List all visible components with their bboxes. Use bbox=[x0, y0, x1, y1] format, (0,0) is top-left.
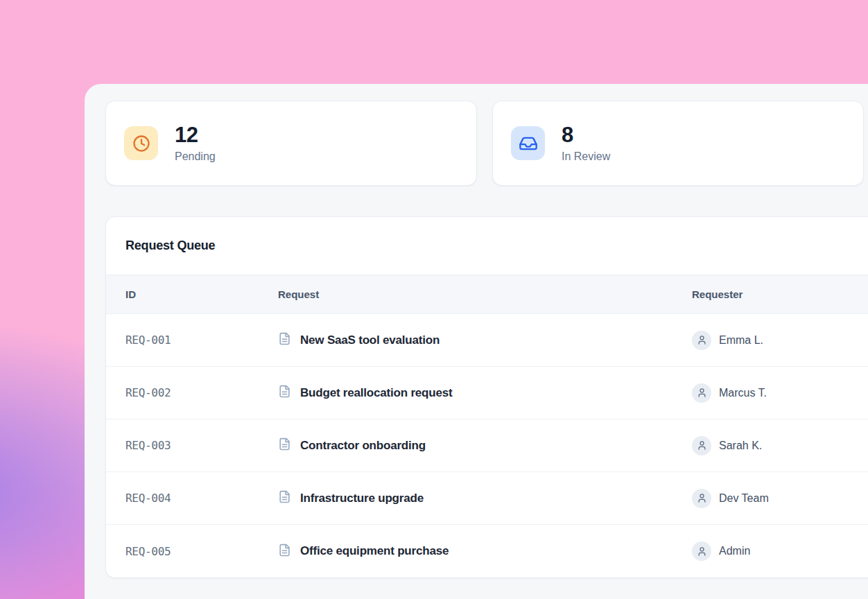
requester-cell: Dev Team bbox=[692, 489, 868, 508]
in-review-stat-text: 8 In Review bbox=[562, 124, 610, 163]
avatar bbox=[692, 331, 711, 350]
file-text-icon bbox=[278, 544, 291, 559]
pending-count: 12 bbox=[175, 124, 216, 146]
pending-stat-text: 12 Pending bbox=[175, 124, 216, 163]
request-title: Budget reallocation request bbox=[300, 386, 452, 400]
request-queue-panel: Request Queue ID Request Requester REQ-0… bbox=[105, 216, 868, 578]
requester-name: Emma L. bbox=[719, 334, 763, 347]
request-id: REQ-002 bbox=[125, 386, 278, 399]
in-review-label: In Review bbox=[562, 150, 610, 163]
request-title: Infrastructure upgrade bbox=[300, 492, 424, 505]
user-icon bbox=[697, 335, 707, 345]
dashboard-screen: { "colors": { "bg_pink": "#fcb1da", "bg_… bbox=[0, 0, 868, 599]
in-review-count: 8 bbox=[562, 124, 610, 146]
request-title: Contractor onboarding bbox=[300, 439, 426, 453]
user-icon bbox=[697, 493, 707, 503]
requester-cell: Emma L. bbox=[692, 331, 868, 350]
avatar bbox=[692, 436, 711, 455]
table-row[interactable]: REQ-003 Contractor onboarding Sarah K. bbox=[106, 419, 868, 472]
requester-name: Dev Team bbox=[719, 492, 769, 505]
table-row[interactable]: REQ-005 Office equipment purchase Admin bbox=[106, 525, 868, 578]
avatar bbox=[692, 383, 711, 403]
content-surface: 12 Pending 8 In Review Request Queue ID bbox=[85, 84, 868, 599]
user-icon bbox=[697, 440, 707, 451]
request-id: REQ-003 bbox=[125, 439, 278, 452]
column-header-request: Request bbox=[278, 288, 692, 300]
user-icon bbox=[697, 546, 707, 557]
user-icon bbox=[697, 388, 707, 398]
stat-cards-row: 12 Pending 8 In Review bbox=[105, 101, 864, 186]
pending-label: Pending bbox=[175, 150, 216, 163]
requester-name: Sarah K. bbox=[719, 440, 762, 452]
request-id: REQ-004 bbox=[125, 492, 278, 505]
inbox-icon bbox=[511, 126, 545, 160]
table-row[interactable]: REQ-002 Budget reallocation request Marc… bbox=[106, 367, 868, 419]
requester-name: Admin bbox=[719, 545, 750, 557]
avatar bbox=[692, 489, 711, 508]
request-id: REQ-005 bbox=[125, 545, 278, 558]
queue-title: Request Queue bbox=[125, 238, 215, 253]
request-cell: Budget reallocation request bbox=[278, 385, 692, 401]
request-cell: Contractor onboarding bbox=[278, 437, 692, 453]
column-header-requester: Requester bbox=[692, 288, 868, 300]
file-text-icon bbox=[278, 332, 291, 348]
requester-cell: Admin bbox=[692, 541, 868, 561]
request-id: REQ-001 bbox=[125, 333, 278, 347]
request-cell: New SaaS tool evaluation bbox=[278, 332, 692, 348]
table-row[interactable]: REQ-001 New SaaS tool evaluation Emma L. bbox=[106, 314, 868, 367]
requester-cell: Marcus T. bbox=[692, 383, 868, 403]
request-title: Office equipment purchase bbox=[300, 544, 449, 558]
clock-icon bbox=[124, 126, 158, 160]
requester-name: Marcus T. bbox=[719, 387, 767, 399]
file-text-icon bbox=[278, 490, 291, 506]
request-title: New SaaS tool evaluation bbox=[300, 333, 440, 347]
requester-cell: Sarah K. bbox=[692, 436, 868, 455]
avatar bbox=[692, 541, 711, 561]
in-review-stat-card: 8 In Review bbox=[492, 101, 864, 186]
pending-stat-card: 12 Pending bbox=[105, 101, 477, 186]
request-cell: Infrastructure upgrade bbox=[278, 490, 692, 506]
column-header-id: ID bbox=[125, 288, 278, 300]
file-text-icon bbox=[278, 385, 291, 401]
request-cell: Office equipment purchase bbox=[278, 544, 692, 559]
table-row[interactable]: REQ-004 Infrastructure upgrade Dev Team bbox=[106, 472, 868, 525]
queue-title-row: Request Queue bbox=[106, 217, 868, 275]
table-header-row: ID Request Requester bbox=[106, 275, 868, 314]
file-text-icon bbox=[278, 437, 291, 453]
